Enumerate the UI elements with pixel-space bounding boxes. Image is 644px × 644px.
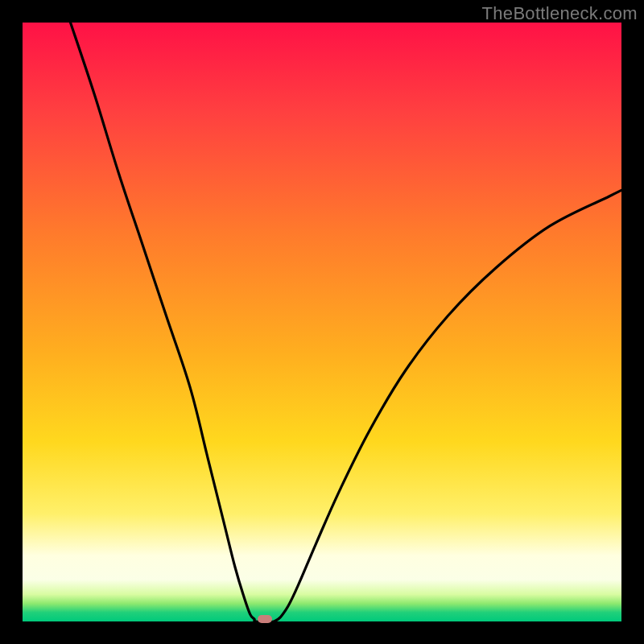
outer-frame: TheBottleneck.com xyxy=(0,0,644,644)
plot-area xyxy=(23,23,621,621)
watermark-text: TheBottleneck.com xyxy=(482,3,638,24)
curve-path xyxy=(71,23,621,621)
bottleneck-curve xyxy=(23,23,621,621)
optimal-marker xyxy=(258,615,272,623)
